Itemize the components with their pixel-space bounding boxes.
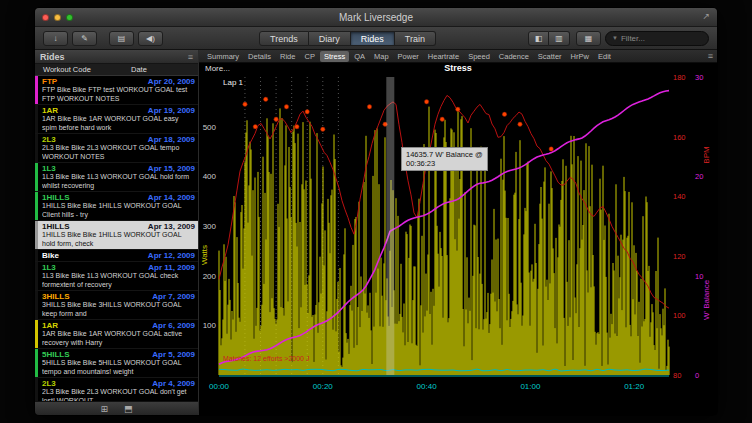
ride-list-item[interactable]: 1AR Apr 6, 2009 1AR Bike Bike 1AR WORKOU… <box>35 320 198 349</box>
filter-icon: ▼ <box>612 35 618 41</box>
chart-menu-icon[interactable]: ≡ <box>708 51 713 61</box>
filter-placeholder: Filter... <box>621 34 645 43</box>
ride-date-label: Apr 12, 2009 <box>148 251 195 260</box>
ride-list-item[interactable]: 5HILLS Apr 5, 2009 5HILLS Bike Bike 5HIL… <box>35 349 198 378</box>
wbal-tooltip: 14635.7 W' Balance @ 00:36:23 <box>401 147 488 171</box>
fullscreen-icon[interactable]: ↗ <box>702 11 710 21</box>
workout-code-label: 3HILLS <box>42 292 70 301</box>
svg-text:160: 160 <box>673 133 686 142</box>
svg-text:100: 100 <box>673 311 686 320</box>
minimize-button[interactable] <box>54 14 61 21</box>
ride-list-item[interactable]: 3HILLS Apr 7, 2009 3HILLS Bike Bike 3HIL… <box>35 291 198 320</box>
view-tab-trends[interactable]: Trends <box>259 31 309 46</box>
grid-icon: ▦ <box>585 34 593 43</box>
workout-code-label: 2L3 <box>42 135 56 144</box>
ride-list-item[interactable]: 2L3 Apr 18, 2009 2L3 Bike Bike 2L3 WORKO… <box>35 134 198 163</box>
tab-hrpw[interactable]: HrPw <box>567 51 593 62</box>
svg-text:BPM: BPM <box>702 146 711 164</box>
column-headers[interactable]: Workout Code Date <box>35 64 198 76</box>
tab-map[interactable]: Map <box>370 51 393 62</box>
ride-list-item[interactable]: 1HILLS Apr 14, 2009 1HILLS Bike Bike 1HI… <box>35 192 198 221</box>
svg-text:W' Balance: W' Balance <box>702 279 711 320</box>
stress-chart[interactable]: 1002003004005008010012014016018001020300… <box>199 75 718 415</box>
folder-icon[interactable]: ⬒ <box>124 404 133 414</box>
svg-text:500: 500 <box>203 123 217 132</box>
svg-text:30: 30 <box>695 75 703 82</box>
ride-description: 2L3 Bike Bike 2L3 WORKOUT GOAL tempo WOR… <box>42 144 195 161</box>
ride-description: 3HILLS Bike Bike 3HILLS WORKOUT GOAL kee… <box>42 301 195 318</box>
ride-description: 1HILLS Bike Bike 1HILLS WORKOUT GOAL hol… <box>42 231 195 248</box>
ride-date-label: Apr 19, 2009 <box>148 106 195 115</box>
main-area: SummaryDetailsRideCPStressQAMapPowerHear… <box>199 50 717 415</box>
compose-button[interactable]: ✎ <box>72 31 97 46</box>
ride-list-item[interactable]: 1L3 Apr 11, 2009 1L3 Bike Bike 1L3 WORKO… <box>35 262 198 291</box>
svg-text:00:40: 00:40 <box>417 382 438 391</box>
ride-date-label: Apr 20, 2009 <box>148 77 195 86</box>
ride-date-label: Apr 7, 2009 <box>152 292 195 301</box>
close-button[interactable] <box>42 14 49 21</box>
svg-text:00:20: 00:20 <box>313 382 334 391</box>
column-workout-code[interactable]: Workout Code <box>35 65 131 74</box>
traffic-lights <box>42 14 73 21</box>
ride-description: 1L3 Bike Bike 1L3 WORKOUT GOAL hold form… <box>42 173 195 190</box>
audio-button[interactable]: ◀) <box>138 31 163 46</box>
view-tab-diary[interactable]: Diary <box>309 31 351 46</box>
svg-text:80: 80 <box>673 371 681 380</box>
svg-text:200: 200 <box>203 272 217 281</box>
download-button[interactable]: ↓ <box>43 31 68 46</box>
tab-summary[interactable]: Summary <box>203 51 243 62</box>
tab-qa[interactable]: QA <box>350 51 369 62</box>
svg-text:Watts: Watts <box>200 245 209 265</box>
tab-ride[interactable]: Ride <box>276 51 299 62</box>
ride-description: 1AR Bike Bike 1AR WORKOUT GOAL easy spim… <box>42 115 195 132</box>
tab-scatter[interactable]: Scatter <box>534 51 566 62</box>
svg-text:300: 300 <box>203 222 217 231</box>
tab-edit[interactable]: Edit <box>594 51 615 62</box>
tiled-pane-icon: ▥ <box>555 34 563 43</box>
tab-power[interactable]: Power <box>394 51 423 62</box>
title-bar[interactable]: Mark Liversedge ↗ <box>35 8 717 27</box>
view-tab-train[interactable]: Train <box>395 31 436 46</box>
ride-list-item[interactable]: 1L3 Apr 15, 2009 1L3 Bike Bike 1L3 WORKO… <box>35 163 198 192</box>
layout-tiled-button[interactable]: ▥ <box>549 31 570 46</box>
zoom-button[interactable] <box>66 14 73 21</box>
ride-date-label: Apr 11, 2009 <box>148 263 195 272</box>
tab-heartrate[interactable]: Heartrate <box>424 51 463 62</box>
ride-description: 2L3 Bike Bike 2L3 WORKOUT GOAL don't get… <box>42 388 195 401</box>
workout-code-label: 1AR <box>42 321 58 330</box>
ride-description: 1HILLS Bike Bike 1HILLS WORKOUT GOAL Cli… <box>42 202 195 219</box>
grid-view-button[interactable]: ▦ <box>576 31 601 46</box>
view-tab-rides[interactable]: Rides <box>351 31 395 46</box>
svg-text:0: 0 <box>695 371 699 380</box>
tab-stress[interactable]: Stress <box>320 51 349 62</box>
svg-text:01:20: 01:20 <box>624 382 645 391</box>
sidebar-footer: ⊞ ⬒ <box>35 401 198 415</box>
tab-cp[interactable]: CP <box>300 51 318 62</box>
ride-list-item[interactable]: Bike Apr 12, 2009 <box>35 250 198 262</box>
tab-cadence[interactable]: Cadence <box>495 51 533 62</box>
sidebar-menu-icon[interactable]: ≡ <box>188 52 193 62</box>
view-tabs: TrendsDiaryRidesTrain <box>259 31 436 46</box>
workout-code-label: 1AR <box>42 106 58 115</box>
ride-list-item[interactable]: 2L3 Apr 4, 2009 2L3 Bike Bike 2L3 WORKOU… <box>35 378 198 401</box>
workout-code-label: FTP <box>42 77 57 86</box>
ride-list-item[interactable]: FTP Apr 20, 2009 FTP Bike Bike FTP test … <box>35 76 198 105</box>
layout-single-button[interactable]: ◧ <box>528 31 549 46</box>
svg-text:20: 20 <box>695 172 703 181</box>
lap-label: Lap 1 <box>223 78 243 87</box>
tab-details[interactable]: Details <box>244 51 275 62</box>
ride-list-item[interactable]: 1AR Apr 19, 2009 1AR Bike Bike 1AR WORKO… <box>35 105 198 134</box>
ride-date-label: Apr 6, 2009 <box>152 321 195 330</box>
svg-text:01:00: 01:00 <box>520 382 541 391</box>
sidebar-title: Rides <box>40 52 65 62</box>
grid-view-icon[interactable]: ⊞ <box>100 404 108 414</box>
ride-list-item[interactable]: 1HILLS Apr 13, 2009 1HILLS Bike Bike 1HI… <box>35 221 198 250</box>
column-date[interactable]: Date <box>131 65 147 74</box>
svg-text:120: 120 <box>673 252 686 261</box>
filter-field[interactable]: ▼ Filter... <box>605 31 709 46</box>
ride-list[interactable]: FTP Apr 20, 2009 FTP Bike Bike FTP test … <box>35 76 198 401</box>
tab-speed[interactable]: Speed <box>464 51 494 62</box>
sidebar-header[interactable]: Rides ≡ <box>35 50 198 64</box>
sidebar-toggle-button[interactable]: ▤ <box>109 31 134 46</box>
chart-header: More... Stress <box>199 63 717 75</box>
